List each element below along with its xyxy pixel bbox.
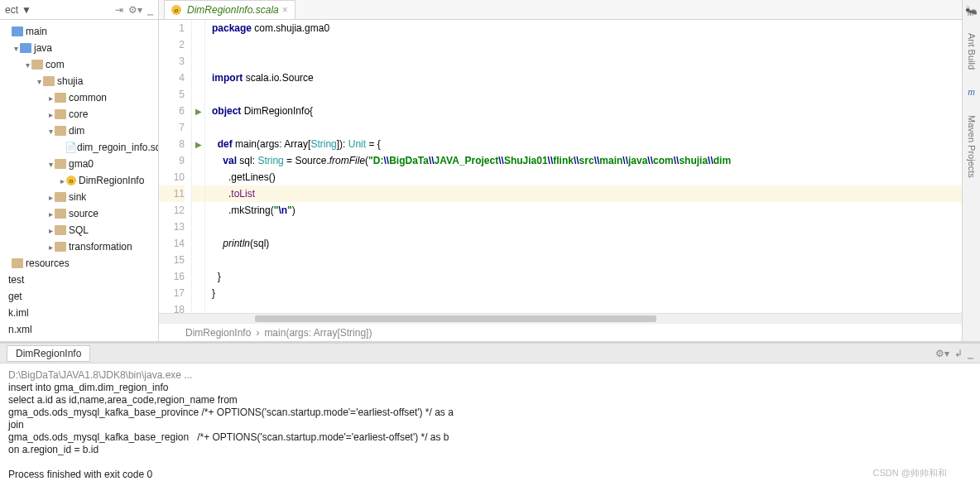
breadcrumb[interactable]: DimRegionInfo › main(args: Array[String]… [159,323,962,341]
run-gutter-icon[interactable]: ▶ [195,140,202,149]
gutter: 123456789101112131415161718 [159,20,192,313]
tree-node-transformation[interactable]: ▸transformation [0,238,158,255]
console-output[interactable]: D:\BigDaTa\JAVA1.8\JDK8\bin\java.exe ...… [0,363,980,486]
console-line: join [8,419,24,431]
tree-file-dim-regoin-info[interactable]: 📄dim_regoin_info.sql [0,139,158,156]
tab-dimregioninfo[interactable]: o DimRegionInfo.scala × [164,0,295,19]
tree-node-sql[interactable]: ▸SQL [0,222,158,238]
right-tool-rail: 🐜 Ant Build m Maven Projects [962,0,980,341]
tree-label: common [69,92,107,103]
tree-node-gma0[interactable]: ▾gma0 [0,156,158,172]
scala-object-icon: o [66,176,76,185]
code-editor[interactable]: 123456789101112131415161718 ▶ ▶ package … [159,20,962,313]
tree-node-com[interactable]: ▾com [0,56,158,73]
tree-label: SQL [69,224,89,236]
console-line: select a.id as id,name,area_code,region_… [8,394,238,406]
tree-label: DimRegionInfo [79,175,144,186]
sidebar-toolbar: ect ▼ ⇥ ⚙▾ ⎯ [0,0,158,20]
run-gutter-icon[interactable]: ▶ [195,107,202,116]
tree-label: core [69,108,88,120]
tree-label: main [26,26,47,37]
maven-icon[interactable]: m [968,86,975,99]
tree-label: k.iml [8,307,29,319]
scala-object-icon: o [171,5,181,15]
soft-wrap-icon[interactable]: ↲ [954,348,963,359]
tree-label: dim_regoin_info.sql [77,142,158,153]
tree-node-core[interactable]: ▸core [0,106,158,123]
chevron-right-icon: › [256,327,259,339]
tree-node-get[interactable]: get [0,288,158,305]
tree-node-shujia[interactable]: ▾shujia [0,73,158,89]
tree-label: com [46,59,65,70]
hide-icon[interactable]: ⎯ [968,348,973,359]
tree-label: source [69,208,98,219]
run-header: DimRegionInfo ⚙▾ ↲ ⎯ [0,344,980,363]
tree-label: test [8,274,24,286]
maven-projects-tab[interactable]: Maven Projects [967,115,977,178]
sql-file-icon: 📄 [65,142,77,153]
tree-label: dim [69,125,84,137]
tree-node-common[interactable]: ▸common [0,89,158,106]
tree-label: resources [26,257,70,269]
tree-node-main[interactable]: main [0,23,158,40]
project-sidebar: ect ▼ ⇥ ⚙▾ ⎯ main ▾java ▾com ▾shujia ▸co… [0,0,159,341]
run-tool-window: DimRegionInfo ⚙▾ ↲ ⎯ D:\BigDaTa\JAVA1.8\… [0,341,980,486]
tree-node-java[interactable]: ▾java [0,40,158,56]
tree-label: get [8,291,22,302]
editor-tab-bar: o DimRegionInfo.scala × [159,0,962,20]
scrollbar-thumb[interactable] [255,315,656,322]
tree-file-dimregioninfo[interactable]: ▸oDimRegionInfo [0,172,158,189]
tree-node-source[interactable]: ▸source [0,205,158,222]
console-line: gma_ods.ods_mysql_kafka_base_province /*… [8,407,454,418]
horizontal-scrollbar[interactable] [159,313,962,323]
tree-node-sink[interactable]: ▸sink [0,189,158,205]
run-config-tab[interactable]: DimRegionInfo [7,345,90,362]
tree-node-resources[interactable]: resources [0,255,158,272]
run-settings-icon[interactable]: ⚙▾ [935,348,949,359]
tree-label: n.xml [8,324,32,335]
close-icon[interactable]: × [282,4,288,16]
tree-file-k-iml[interactable]: k.iml [0,305,158,321]
settings-icon[interactable]: ⚙▾ [128,4,142,16]
project-tree[interactable]: main ▾java ▾com ▾shujia ▸common ▸core ▾d… [0,20,158,341]
breadcrumb-method[interactable]: main(args: Array[String]) [264,327,372,339]
editor-area: o DimRegionInfo.scala × 1234567891011121… [159,0,962,341]
gutter-markers[interactable]: ▶ ▶ [192,20,205,313]
console-line: Process finished with exit code 0 [8,469,152,480]
ant-icon[interactable]: 🐜 [965,5,978,17]
console-line: on a.region_id = b.id [8,444,98,455]
breadcrumb-class[interactable]: DimRegionInfo [185,327,251,339]
ant-build-tab[interactable]: Ant Build [967,33,977,70]
tree-label: shujia [57,75,83,87]
dropdown-arrow-icon[interactable]: ▼ [22,4,31,16]
collapse-icon[interactable]: ⇥ [115,4,123,16]
tree-label: gma0 [69,158,94,170]
tree-label: transformation [69,241,132,253]
tab-label: DimRegionInfo.scala [187,4,279,16]
tree-label: java [34,42,52,54]
tree-node-test[interactable]: test [0,272,158,288]
tree-node-dim[interactable]: ▾dim [0,123,158,139]
console-line: insert into gma_dim.dim_region_info [8,382,168,393]
tree-file-n-xml[interactable]: n.xml [0,321,158,338]
console-line: gma_ods.ods_mysql_kafka_base_region /*+ … [8,431,449,443]
code-body[interactable]: package com.shujia.gma0 import scala.io.… [205,20,962,313]
hide-icon[interactable]: ⎯ [147,4,153,16]
tree-label: sink [69,191,86,203]
console-line: D:\BigDaTa\JAVA1.8\JDK8\bin\java.exe ... [8,369,192,381]
project-selector[interactable]: ect [5,4,18,16]
